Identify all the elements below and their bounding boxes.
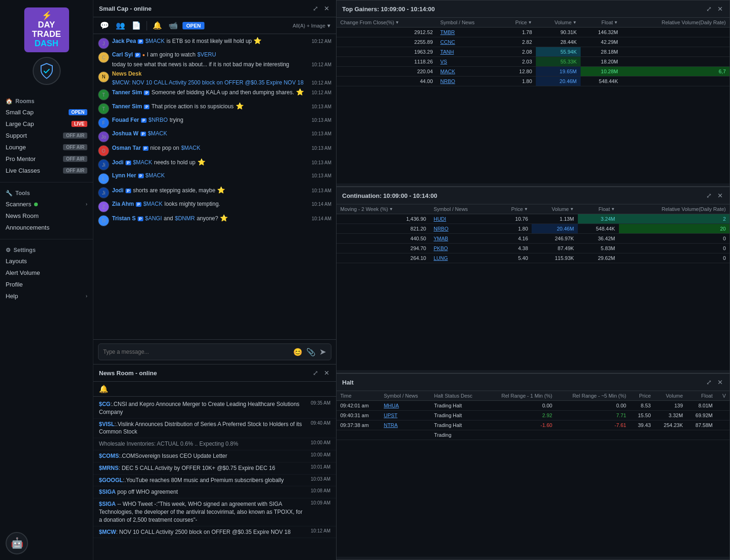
th-sort[interactable]: Volume▼ — [555, 20, 577, 25]
news-item-header: $COMS:.COMSovereign Issues CEO Update Le… — [99, 452, 330, 460]
th-relvol: Relative Volume(Daily Rate) — [622, 18, 730, 28]
td-volume: 19.65M — [536, 67, 581, 77]
td-desc: Trading Halt — [430, 401, 485, 411]
td-change: 2912.52 — [337, 28, 436, 37]
td-symbol[interactable]: PKBO — [430, 244, 494, 253]
th-sort[interactable]: Change From Close(%)▼ — [340, 20, 399, 25]
top-gainers-panel: Top Gainers: 10:09:00 - 10:14:00 ⤢ ✕ Cha… — [336, 0, 730, 187]
td-symbol[interactable]: TMBR — [436, 28, 499, 37]
td-change: 220.04 — [337, 67, 436, 77]
th-sort[interactable]: Price▼ — [515, 20, 532, 25]
news-item[interactable]: $SIGA -- WHO Tweet -:"This week, WHO sig… — [93, 498, 336, 526]
td-symbol[interactable] — [380, 430, 430, 440]
doc-icon[interactable]: 📄 — [130, 20, 143, 31]
th-sort[interactable]: Float▼ — [602, 20, 618, 25]
news-item[interactable]: Wholesale Inventories: ACTUAL 0.6% .. Ex… — [93, 438, 336, 450]
expand-icon[interactable]: ⤢ — [312, 4, 319, 13]
news-item[interactable]: $CG:.CNSI and Kepro Announce Merger to C… — [93, 399, 336, 419]
continuation-scrollbar[interactable] — [337, 370, 730, 373]
chat-icon[interactable]: 💬 — [98, 20, 111, 31]
msg-zia: Z Zia Ahm P $MACK looks mighty tempting.… — [93, 199, 336, 213]
video-icon[interactable]: 📹 — [167, 20, 180, 31]
sidebar-item-alert-volume[interactable]: Alert Volume — [0, 267, 93, 279]
td-symbol[interactable]: NTRA — [380, 420, 430, 430]
th-sort[interactable]: Float▼ — [598, 206, 615, 212]
td-v — [716, 430, 730, 440]
star-icon: ⭐ — [296, 88, 304, 96]
halt-close-icon[interactable]: ✕ — [716, 378, 724, 387]
td-symbol[interactable]: NRBO — [436, 77, 499, 86]
cont-expand-icon[interactable]: ⤢ — [705, 191, 713, 200]
sidebar-item-support[interactable]: Support OFF AIR — [0, 130, 93, 141]
news-expand-icon[interactable]: ⤢ — [312, 368, 319, 378]
th-rr5: Rel Range - ~5 Min (%) — [556, 391, 630, 401]
sidebar-item-profile[interactable]: Profile — [0, 279, 93, 290]
news-item-header: $GOOGL:.YouTube reaches 80M music and Pr… — [99, 476, 330, 484]
td-volume: 87.49K — [532, 244, 577, 253]
news-item-text: $MRNS: DEC 5 CALL Activity by OFFER 10K+… — [99, 464, 307, 472]
users-icon[interactable]: 👥 — [114, 20, 127, 31]
td-symbol[interactable]: UPST — [380, 411, 430, 420]
msg-name: Jodi — [112, 187, 124, 194]
news-item[interactable]: $COMS:.COMSovereign Issues CEO Update Le… — [93, 450, 336, 462]
sidebar-item-small-cap[interactable]: Small Cap OPEN — [0, 106, 93, 118]
td-volume: 1.13M — [532, 214, 577, 224]
cont-close-icon[interactable]: ✕ — [716, 191, 724, 200]
msg-body-zia: Zia Ahm P $MACK looks mighty tempting. 1… — [112, 200, 331, 208]
halt-expand-icon[interactable]: ⤢ — [705, 378, 713, 387]
msg-time: 10:13 AM — [312, 131, 331, 136]
td-price: 1.78 — [499, 28, 536, 37]
msg-badge: P — [138, 174, 144, 178]
sidebar-item-layouts[interactable]: Layouts — [0, 255, 93, 267]
msg-name: Osman Tar — [112, 145, 141, 151]
filter-dropdown[interactable]: All(A) + Image ▼ — [293, 23, 331, 28]
news-item[interactable]: $MCW: NOV 10 CALL Activity 2500 block on… — [93, 526, 336, 539]
th-sort[interactable]: Volume▼ — [552, 206, 574, 212]
emoji-icon[interactable]: 😊 — [293, 348, 302, 357]
news-item[interactable]: $VISL:.Vislink Announces Distribution of… — [93, 419, 336, 439]
td-symbol[interactable]: VS — [436, 57, 499, 67]
chat-input[interactable] — [103, 349, 289, 355]
chat-input-row[interactable]: 😊 📎 ➤ — [98, 343, 331, 360]
sidebar-item-scanners[interactable]: Scanners › — [0, 198, 93, 210]
ticker: $MRNS — [99, 465, 119, 471]
td-symbol[interactable]: MACK — [436, 67, 499, 77]
th-sort[interactable]: Moving - 2 Week (%)▼ — [340, 206, 393, 212]
td-symbol[interactable]: TANH — [436, 47, 499, 57]
halt-scrollbar[interactable] — [337, 557, 730, 560]
td-price: 5.40 — [494, 253, 532, 263]
td-symbol[interactable]: CCNC — [436, 37, 499, 47]
td-symbol[interactable]: HUDI — [430, 214, 494, 224]
td-relvol: 0 — [619, 244, 730, 253]
top-gainers-title: Top Gainers: 10:09:00 - 10:14:00 — [342, 6, 435, 13]
sidebar-item-live-classes[interactable]: Live Classes OFF AIR — [0, 165, 93, 176]
small-cap-badge: OPEN — [69, 109, 87, 115]
avatar-tanner2: T — [98, 103, 109, 114]
sidebar-item-lounge[interactable]: Lounge OFF AIR — [0, 141, 93, 153]
td-symbol[interactable]: NRBO — [430, 224, 494, 234]
send-button[interactable]: ➤ — [319, 347, 326, 357]
td-symbol[interactable]: MHUA — [380, 401, 430, 411]
news-item[interactable]: $GOOGL:.YouTube reaches 80M music and Pr… — [93, 475, 336, 487]
td-symbol[interactable]: YMAB — [430, 234, 494, 244]
bell-icon[interactable]: 🔔 — [151, 20, 164, 31]
sidebar-item-news-room[interactable]: News Room — [0, 210, 93, 222]
sidebar-item-announcements[interactable]: Announcements — [0, 222, 93, 233]
tg-expand-icon[interactable]: ⤢ — [705, 4, 713, 14]
td-symbol[interactable]: LUNG — [430, 253, 494, 263]
news-item[interactable]: $MRNS: DEC 5 CALL Activity by OFFER 10K+… — [93, 462, 336, 475]
sidebar-item-pro-mentor[interactable]: Pro Mentor OFF AIR — [0, 153, 93, 165]
attach-icon[interactable]: 📎 — [306, 348, 316, 357]
th-moving: Moving - 2 Week (%)▼ — [337, 204, 430, 214]
sidebar-item-large-cap[interactable]: Large Cap LIVE — [0, 118, 93, 130]
th-sort[interactable]: Price▼ — [511, 206, 528, 212]
tg-close-icon[interactable]: ✕ — [716, 4, 724, 14]
lounge-label: Lounge — [6, 144, 26, 151]
news-close-icon[interactable]: ✕ — [323, 368, 330, 378]
close-icon[interactable]: ✕ — [323, 4, 330, 13]
sidebar-item-help[interactable]: Help › — [0, 290, 93, 302]
top-gainers-scrollbar[interactable] — [337, 183, 730, 186]
msg-text: needs to hold up — [154, 159, 196, 167]
news-item[interactable]: $SIGA pop off WHO agreement 10:08 AM — [93, 486, 336, 498]
td-v — [716, 411, 730, 420]
